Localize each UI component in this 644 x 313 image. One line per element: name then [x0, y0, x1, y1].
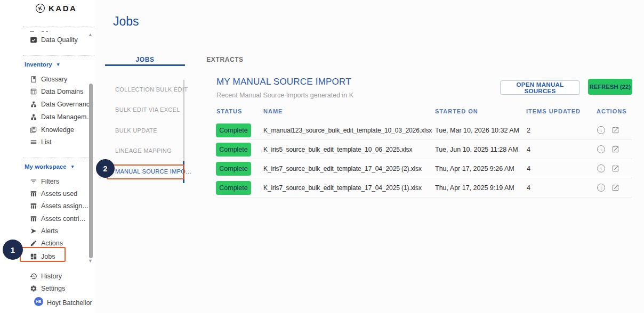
- sidebar-scrollbar[interactable]: [89, 84, 93, 258]
- sidebar-item-filters[interactable]: Filters: [21, 176, 94, 187]
- sidebar-item-label: Actions: [41, 240, 63, 247]
- sidebar-item-data-quality[interactable]: Data Quality: [21, 34, 94, 46]
- sidebar-item-data-management[interactable]: Data Managem…: [21, 111, 94, 123]
- data-quality-icon: [30, 36, 37, 44]
- chevron-down-icon: ▾: [71, 164, 74, 169]
- sidebar-divider: [23, 27, 94, 27]
- status-badge: Complete: [216, 123, 251, 137]
- sidebar-item-assets-used[interactable]: Assets used: [21, 188, 94, 200]
- annotation-highlight-manual-source-import: [107, 164, 184, 179]
- kada-logo-text: KADA: [49, 4, 77, 13]
- sidebar-item-history[interactable]: History: [21, 270, 94, 282]
- status-badge: Complete: [216, 162, 251, 176]
- info-icon[interactable]: i: [597, 164, 605, 172]
- subnav-item-bulk-edit-via-excel[interactable]: BULK EDIT VIA EXCEL: [115, 106, 180, 114]
- data-management-icon: [30, 113, 37, 121]
- sidebar-item-label: Glossary: [41, 76, 67, 83]
- settings-gear-icon: [30, 285, 37, 292]
- list-icon: [30, 138, 37, 146]
- info-icon[interactable]: i: [597, 145, 605, 153]
- job-name: K_manual123_source_bulk_edit_template_10…: [263, 127, 432, 134]
- table-row: Complete K_iris5_source_bulk_edit_templa…: [216, 140, 632, 159]
- refresh-button[interactable]: REFRESH (22): [588, 79, 632, 95]
- open-in-new-icon[interactable]: [611, 145, 619, 153]
- sidebar-item-glossary[interactable]: Glossary: [21, 73, 94, 85]
- chevron-down-icon: ▾: [57, 62, 60, 67]
- data-governance-icon: [30, 101, 37, 108]
- clipped-item-mark: [42, 31, 44, 32]
- sidebar-item-label: Data Domains: [41, 88, 83, 95]
- assets-icon: [30, 190, 37, 197]
- subnav-item-lineage-mapping[interactable]: LINEAGE MAPPING: [115, 147, 172, 155]
- job-name: K_iris7_source_bulk_edit_template_17_04_…: [263, 165, 422, 172]
- sidebar-item-user[interactable]: HB Hoyt Batchellor: [21, 297, 94, 309]
- assets-icon: [30, 215, 37, 223]
- table-row: Complete K_iris7_source_bulk_edit_templa…: [216, 159, 632, 178]
- started-on: Tue, Jun 10, 2025 11:28 AM: [435, 146, 518, 153]
- items-updated: 4: [527, 146, 530, 153]
- sidebar-item-assets-assigned[interactable]: Assets assign…: [21, 200, 94, 212]
- knowledge-icon: [30, 126, 37, 134]
- active-tab-indicator: [105, 64, 185, 66]
- section-label: My workspace: [25, 163, 67, 170]
- started-on: Thu, Apr 17, 2025 9:19 AM: [435, 184, 514, 192]
- annotation-step-1-badge: 1: [3, 240, 23, 260]
- panel-subtitle: Recent Manual Source Imports generated i…: [216, 92, 353, 99]
- sidebar-section-inventory[interactable]: Inventory ▾: [25, 61, 59, 68]
- started-on: Tue, Mar 10, 2026 10:32 AM: [435, 127, 519, 134]
- kada-circle-k-icon: K: [35, 3, 45, 13]
- alerts-icon: [30, 227, 37, 235]
- open-in-new-icon[interactable]: [611, 126, 619, 134]
- sidebar-item-label: Alerts: [41, 227, 58, 235]
- actions-icon: [30, 240, 37, 247]
- sidebar-item-label: Settings: [41, 285, 65, 292]
- tab-jobs[interactable]: JOBS: [105, 54, 185, 65]
- sidebar-section-my-workspace[interactable]: My workspace ▾: [25, 163, 74, 170]
- sidebar-item-label: List: [41, 138, 51, 146]
- info-icon[interactable]: i: [597, 184, 605, 192]
- sidebar-divider: [23, 158, 94, 158]
- filters-icon: [30, 178, 37, 185]
- col-status: STATUS: [216, 108, 242, 114]
- sidebar-item-label: Filters: [41, 178, 59, 185]
- open-manual-sources-button[interactable]: OPEN MANUAL SOURCES: [500, 80, 580, 95]
- sidebar-item-data-domains[interactable]: Data Domains: [21, 86, 94, 97]
- clipped-item-mark: [30, 31, 34, 32]
- section-label: Inventory: [25, 61, 52, 68]
- sidebar-item-label: Data Governance: [41, 101, 93, 108]
- clipped-item-mark: [46, 31, 48, 32]
- job-name: K_iris7_source_bulk_edit_template_17_04_…: [263, 184, 422, 192]
- sidebar-item-label: Assets used: [41, 190, 77, 197]
- sidebar-item-alerts[interactable]: Alerts: [21, 225, 94, 237]
- annotation-step-2-badge: 2: [96, 159, 115, 178]
- sidebar-item-assets-contributed[interactable]: Assets contri…: [21, 213, 94, 225]
- col-started-on: STARTED ON: [435, 108, 478, 114]
- items-updated: 4: [527, 184, 530, 192]
- open-in-new-icon[interactable]: [611, 164, 619, 172]
- sidebar-item-settings[interactable]: Settings: [21, 283, 94, 294]
- user-name: Hoyt Batchellor: [47, 299, 92, 307]
- status-badge: Complete: [216, 143, 251, 156]
- sidebar-item-data-governance[interactable]: Data Governance: [21, 98, 94, 110]
- col-name: NAME: [263, 108, 283, 114]
- tab-extracts[interactable]: EXTRACTS: [185, 54, 265, 65]
- history-icon: [30, 273, 37, 280]
- items-updated: 4: [527, 165, 530, 172]
- info-icon[interactable]: i: [597, 126, 605, 134]
- subnav-item-bulk-update[interactable]: BULK UPDATE: [115, 127, 157, 135]
- open-in-new-icon[interactable]: [611, 184, 619, 192]
- sidebar: K KADA ▲ Data Quality Inventory ▾ Glossa…: [21, 0, 96, 313]
- status-badge: Complete: [216, 181, 251, 195]
- scroll-down-icon[interactable]: ▼: [88, 259, 93, 263]
- user-avatar: HB: [34, 297, 43, 306]
- page-title: Jobs: [113, 14, 139, 29]
- table-row: Complete K_iris7_source_bulk_edit_templa…: [216, 178, 632, 197]
- app-window: K KADA ▲ Data Quality Inventory ▾ Glossa…: [0, 0, 644, 313]
- items-updated: 2: [527, 127, 530, 134]
- col-items-updated: ITEMS UPDATED: [526, 108, 581, 114]
- job-name: K_iris5_source_bulk_edit_template_10_06_…: [263, 146, 412, 153]
- sidebar-item-knowledge[interactable]: Knowledge: [21, 124, 94, 136]
- subnav-item-collection-bulk-edit[interactable]: COLLECTION BULK EDIT: [115, 86, 188, 94]
- started-on: Thu, Apr 17, 2025 9:26 AM: [435, 165, 514, 172]
- sidebar-item-list[interactable]: List: [21, 136, 94, 148]
